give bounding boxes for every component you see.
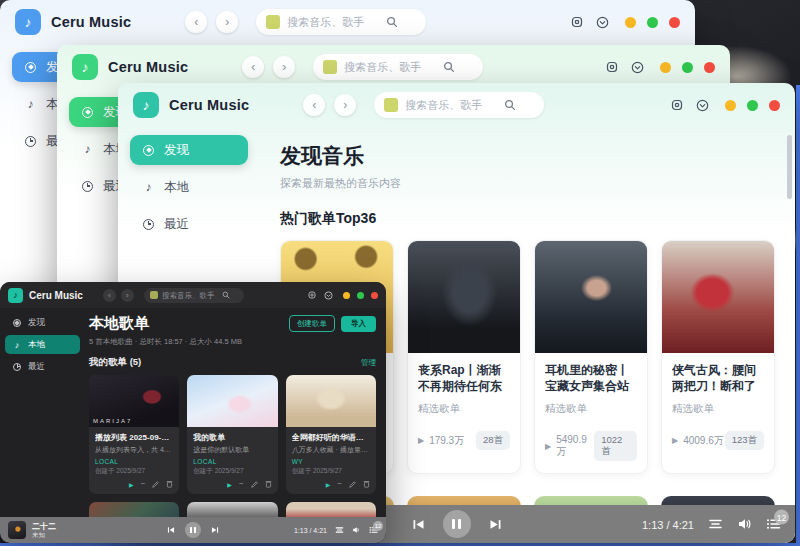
update-chevron-icon[interactable] — [631, 61, 644, 74]
search-bar[interactable] — [313, 54, 483, 80]
update-chevron-icon[interactable] — [324, 291, 333, 300]
playlist-title: 丧系Rap丨渐渐不再期待任何东西 — [418, 362, 510, 395]
page-subtitle: 探索最新最热的音乐内容 — [280, 176, 775, 191]
more-icon[interactable]: − — [141, 480, 146, 488]
maximize-button[interactable] — [682, 62, 693, 73]
next-track-button[interactable] — [489, 518, 502, 531]
play-count: 5490.9万 — [556, 434, 594, 459]
local-playlist-card[interactable]: MARIJA7 播放列表 2025-09-27 07:23 从播放列表导入，共 … — [89, 375, 179, 494]
nav-forward-button[interactable]: › — [334, 94, 356, 116]
playlist-card[interactable]: 耳机里的秘密丨宝藏女声集合站 精选歌单 ▶ 5490.9万 1022首 — [534, 240, 648, 474]
previous-track-button[interactable] — [412, 518, 425, 531]
lyrics-icon[interactable] — [708, 518, 723, 531]
play-icon[interactable]: ▶ — [227, 481, 232, 488]
import-button[interactable]: 导入 — [341, 316, 376, 332]
delete-icon[interactable] — [363, 480, 370, 488]
queue-button[interactable]: 12 — [369, 526, 378, 534]
edit-icon[interactable] — [251, 481, 258, 488]
sidebar-item-recent[interactable]: 最近 — [5, 357, 80, 376]
sidebar-item-recent[interactable]: 最近 — [130, 209, 248, 239]
minimize-button[interactable] — [343, 292, 350, 299]
sidebar-item-local[interactable]: ♪本地 — [130, 172, 248, 202]
create-playlist-button[interactable]: 创建歌单 — [289, 315, 335, 332]
window-dark: ♪ Ceru Music ‹ › 发现 ♪本地 最近 — [0, 282, 386, 543]
nav-back-button[interactable]: ‹ — [303, 94, 325, 116]
local-playlist-card[interactable]: 我的歌单 这是你的默认歌单 LOCAL 创建于 2025/9/27 ▶ − — [187, 375, 277, 494]
next-track-button[interactable] — [211, 526, 219, 534]
queue-button[interactable]: 12 — [766, 518, 781, 531]
playlist-card[interactable]: 侠气古风：腰间两把刀！断和了 精选歌单 ▶ 4009.6万 123首 — [661, 240, 775, 474]
previous-track-button[interactable] — [167, 526, 175, 534]
settings-icon[interactable] — [606, 61, 618, 73]
pause-button[interactable] — [443, 510, 471, 538]
lyrics-icon[interactable] — [335, 526, 344, 534]
nav-forward-button[interactable]: › — [216, 11, 238, 33]
minimize-button[interactable] — [725, 100, 736, 111]
pause-button[interactable] — [185, 522, 201, 538]
volume-icon[interactable] — [737, 518, 752, 531]
search-input[interactable] — [287, 16, 379, 28]
settings-icon[interactable] — [671, 99, 683, 111]
sidebar-item-label: 发现 — [28, 317, 45, 329]
search-thumb-icon — [323, 60, 337, 74]
update-chevron-icon[interactable] — [696, 99, 709, 112]
search-bar[interactable] — [256, 9, 426, 35]
volume-icon[interactable] — [352, 526, 361, 534]
app-logo-icon: ♪ — [133, 92, 159, 118]
edit-icon[interactable] — [349, 481, 356, 488]
sidebar-item-label: 最近 — [28, 361, 45, 373]
play-count-icon: ▶ — [418, 436, 424, 445]
search-bar[interactable] — [144, 288, 244, 303]
more-icon[interactable]: − — [337, 480, 342, 488]
close-button[interactable] — [769, 100, 780, 111]
playlist-cover — [535, 241, 647, 353]
minimize-button[interactable] — [625, 17, 636, 28]
nav-forward-button[interactable]: › — [273, 56, 295, 78]
search-input[interactable] — [162, 291, 218, 300]
play-icon[interactable]: ▶ — [129, 481, 134, 488]
maximize-button[interactable] — [647, 17, 658, 28]
nav-forward-button[interactable]: › — [121, 289, 134, 302]
settings-icon[interactable] — [571, 16, 583, 28]
playlist-cover — [286, 375, 376, 427]
nav-back-button[interactable]: ‹ — [242, 56, 264, 78]
manage-link[interactable]: 管理 — [361, 358, 376, 368]
close-button[interactable] — [704, 62, 715, 73]
now-playing-artwork[interactable] — [8, 521, 26, 539]
scrollbar-thumb[interactable] — [787, 135, 792, 199]
edit-icon[interactable] — [152, 481, 159, 488]
playlist-title: 全网都好听的华语歌曲300首 (... — [292, 432, 370, 443]
update-chevron-icon[interactable] — [596, 16, 609, 29]
delete-icon[interactable] — [166, 480, 173, 488]
close-button[interactable] — [669, 17, 680, 28]
source-badge: LOCAL — [193, 458, 271, 465]
sidebar-item-local[interactable]: ♪本地 — [5, 335, 80, 354]
search-input[interactable] — [344, 61, 436, 73]
search-bar[interactable] — [374, 92, 544, 118]
clock-icon — [82, 181, 93, 192]
local-playlist-card[interactable]: 全网都好听的华语歌曲300首 (... 八万多人收藏 · 播放量：全网... W… — [286, 375, 376, 494]
playlist-subtitle: 八万多人收藏 · 播放量：全网... — [292, 445, 370, 455]
music-note-icon: ♪ — [25, 97, 36, 111]
play-icon[interactable]: ▶ — [326, 481, 331, 488]
local-content: 本地歌单 创建歌单 导入 5 首本地歌曲 · 总时长 18:57 · 总大小 4… — [85, 308, 386, 543]
nav-back-button[interactable]: ‹ — [185, 11, 207, 33]
compass-icon — [25, 62, 36, 73]
sidebar-item-label: 发现 — [164, 142, 189, 159]
search-input[interactable] — [405, 99, 497, 111]
search-icon — [443, 61, 455, 73]
minimize-button[interactable] — [660, 62, 671, 73]
sidebar-item-discover[interactable]: 发现 — [130, 135, 248, 165]
delete-icon[interactable] — [265, 480, 272, 488]
sidebar-item-discover[interactable]: 发现 — [5, 313, 80, 332]
queue-count-badge: 12 — [373, 521, 383, 531]
more-icon[interactable]: − — [239, 480, 244, 488]
close-button[interactable] — [371, 292, 378, 299]
maximize-button[interactable] — [747, 100, 758, 111]
page-title: 发现音乐 — [280, 142, 775, 170]
settings-icon[interactable] — [308, 291, 316, 299]
playlist-card[interactable]: 丧系Rap丨渐渐不再期待任何东西 精选歌单 ▶ 179.3万 28首 — [407, 240, 521, 474]
song-count-badge: 1022首 — [594, 431, 637, 461]
maximize-button[interactable] — [357, 292, 364, 299]
nav-back-button[interactable]: ‹ — [103, 289, 116, 302]
